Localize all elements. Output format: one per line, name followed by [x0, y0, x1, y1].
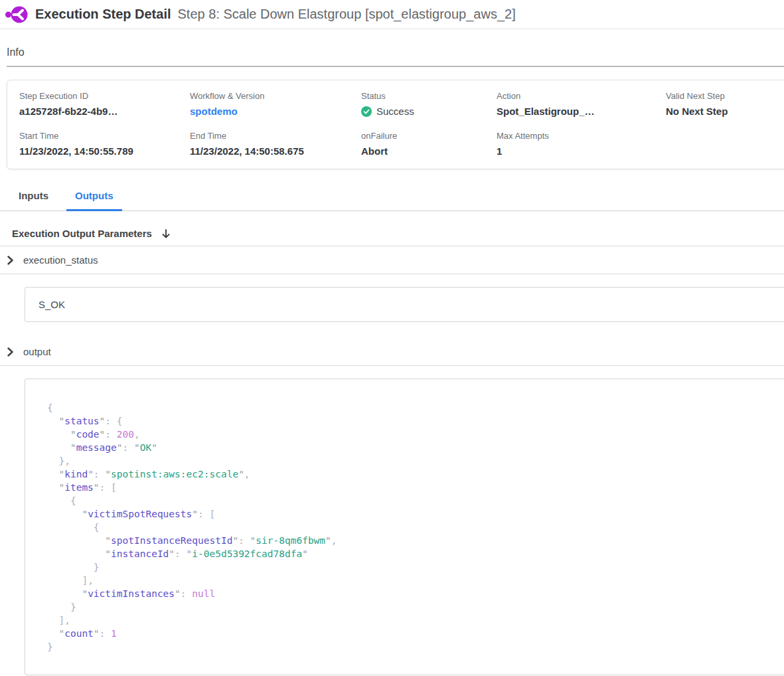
down-arrow-icon[interactable] [161, 228, 171, 239]
field-step-execution-id: Step Execution ID a125728f-6b22-4b9… [19, 91, 190, 118]
field-value: 11/23/2022, 14:50:58.675 [190, 145, 361, 157]
field-label: End Time [190, 131, 361, 141]
field-max-attempts: Max Attempts 1 [497, 131, 666, 157]
output-parameters-title: Execution Output Parameters [12, 228, 152, 239]
success-check-icon [361, 106, 372, 117]
tab-inputs[interactable]: Inputs [10, 183, 57, 211]
info-grid: Step Execution ID a125728f-6b22-4b9… Wor… [19, 91, 784, 157]
info-divider [7, 66, 784, 67]
output-json-code: { "status": { "code": 200, "message": "O… [47, 401, 777, 653]
info-card: Step Execution ID a125728f-6b22-4b9… Wor… [7, 80, 784, 169]
workflow-link[interactable]: spotdemo [190, 106, 238, 117]
field-value: a125728f-6b22-4b9… [19, 106, 190, 117]
field-label: onFailure [361, 131, 497, 141]
output-parameters-header: Execution Output Parameters [0, 228, 784, 246]
field-value: Spot_Elastigroup_… [497, 106, 666, 117]
param-name: execution_status [23, 254, 98, 266]
param-row-output[interactable]: output [0, 338, 784, 366]
chevron-right-icon [7, 347, 14, 357]
execution-status-value-box: S_OK [25, 287, 784, 322]
field-label: Status [361, 91, 497, 101]
field-start-time: Start Time 11/23/2022, 14:50:55.789 [19, 131, 190, 157]
title-wrap: Execution Step Detail Step 8: Scale Down… [35, 7, 516, 22]
field-label: Valid Next Step [666, 91, 784, 101]
chevron-right-icon [7, 256, 14, 265]
workflow-logo-icon [5, 5, 28, 25]
field-value: 1 [497, 145, 666, 157]
field-label: Start Time [19, 131, 190, 141]
field-value: 11/23/2022, 14:50:55.789 [19, 145, 190, 157]
field-value: Abort [361, 145, 497, 157]
field-workflow-version: Workflow & Version spotdemo [190, 91, 361, 118]
field-label: Step Execution ID [19, 91, 190, 101]
output-json-box: { "status": { "code": 200, "message": "O… [25, 379, 784, 675]
field-status: Status Success [361, 91, 497, 118]
field-label: Workflow & Version [190, 91, 361, 101]
field-action: Action Spot_Elastigroup_… [497, 91, 666, 118]
field-onfailure: onFailure Abort [361, 131, 497, 157]
empty-cell [666, 131, 784, 157]
param-row-execution-status[interactable]: execution_status [0, 246, 784, 274]
tab-outputs[interactable]: Outputs [66, 183, 122, 211]
field-label: Max Attempts [497, 131, 666, 141]
field-label: Action [497, 91, 666, 101]
page-title: Execution Step Detail [35, 7, 171, 22]
status-badge: Success [361, 106, 497, 117]
field-valid-next-step: Valid Next Step No Next Step [666, 91, 784, 118]
info-section-label: Info [7, 46, 784, 66]
execution-status-value: S_OK [39, 299, 65, 310]
param-name: output [23, 346, 51, 357]
status-text: Success [376, 106, 414, 117]
tab-bar: Inputs Outputs [0, 183, 784, 211]
field-end-time: End Time 11/23/2022, 14:50:58.675 [190, 131, 361, 157]
app-header: Execution Step Detail Step 8: Scale Down… [0, 0, 784, 29]
page-subtitle: Step 8: Scale Down Elastgroup [spot_elas… [178, 7, 516, 22]
field-value: No Next Step [666, 106, 784, 117]
